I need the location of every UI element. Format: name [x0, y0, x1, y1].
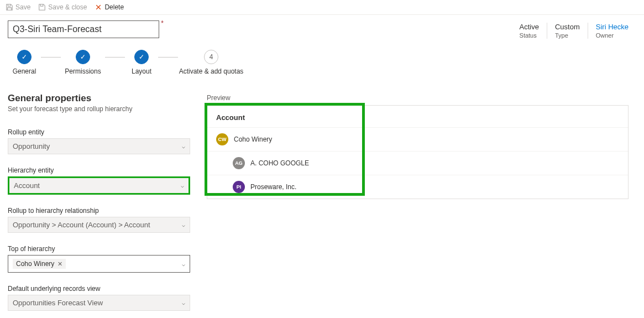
step-check-icon: ✓: [134, 50, 149, 64]
step-connector: [105, 57, 125, 58]
avatar: CW: [216, 133, 228, 145]
progress-stepper: ✓ General ✓ Permissions ✓ Layout 4 Activ…: [0, 39, 644, 83]
default-view-select[interactable]: Opportunities Forecast View ⌵: [8, 295, 190, 311]
rollup-relationship-value: Opportunity > Account (Account) > Accoun…: [13, 221, 150, 229]
rollup-relationship-label: Rollup to hierarchy relationship: [8, 207, 190, 215]
rollup-entity-select[interactable]: Opportunity ⌵: [8, 138, 190, 154]
step-number-icon: 4: [204, 50, 218, 64]
preview-inner: Account CWCoho WineryAGA. COHO GOOGLEPIP…: [207, 106, 628, 199]
type-label: Type: [555, 32, 580, 39]
top-hierarchy-tag: Coho Winery ✕: [13, 259, 66, 269]
top-hierarchy-value: Coho Winery: [16, 260, 54, 268]
delete-label: Delete: [104, 3, 124, 11]
content-body: General properties Set your forecast typ…: [0, 83, 644, 318]
field-top-hierarchy: Top of hierarchy Coho Winery ✕ ⌵: [8, 245, 190, 273]
save-close-label: Save & close: [48, 3, 87, 11]
preview-rows: CWCoho WineryAGA. COHO GOOGLEPIProseware…: [207, 127, 628, 199]
header: * Active Status Custom Type Siri Hecke O…: [0, 15, 644, 39]
step-check-icon: ✓: [76, 50, 90, 64]
status-value: Active: [520, 23, 539, 31]
default-view-value: Opportunities Forecast View: [13, 299, 103, 307]
avatar: AG: [233, 157, 245, 169]
preview-row-name: A. COHO GOOGLE: [250, 159, 309, 167]
step-connector: [41, 57, 61, 58]
preview-row-name: Proseware, Inc.: [250, 183, 296, 191]
delete-button[interactable]: Delete: [95, 3, 124, 11]
step-layout-label: Layout: [132, 67, 151, 75]
hierarchy-entity-label: Hierarchy entity: [8, 166, 190, 174]
title-input[interactable]: [8, 20, 159, 38]
form-column: General properties Set your forecast typ…: [8, 83, 190, 318]
preview-row[interactable]: CWCoho Winery: [207, 127, 628, 151]
meta-type: Custom Type: [547, 23, 588, 39]
step-general-label: General: [13, 67, 36, 75]
type-value: Custom: [555, 23, 580, 31]
owner-label: Owner: [596, 32, 629, 39]
chevron-down-icon: ⌵: [182, 261, 185, 267]
preview-row[interactable]: AGA. COHO GOOGLE: [207, 151, 628, 175]
field-rollup-entity: Rollup entity Opportunity ⌵: [8, 128, 190, 154]
meta-status: Active Status: [512, 23, 547, 39]
preview-column: Preview Account CWCoho WineryAGA. COHO G…: [207, 83, 636, 318]
chevron-down-icon: ⌵: [182, 300, 185, 306]
status-label: Status: [520, 32, 539, 39]
rollup-entity-label: Rollup entity: [8, 128, 190, 136]
chevron-down-icon: ⌵: [182, 143, 185, 149]
step-general[interactable]: ✓ General: [8, 50, 41, 75]
preview-label: Preview: [207, 94, 629, 102]
save-button[interactable]: Save: [6, 3, 30, 11]
required-indicator: *: [161, 19, 164, 27]
default-view-label: Default underlying records view: [8, 285, 190, 293]
step-activate[interactable]: 4 Activate & add quotas: [178, 50, 244, 75]
step-layout[interactable]: ✓ Layout: [125, 50, 158, 75]
command-bar: Save Save & close Delete: [0, 0, 644, 15]
delete-icon: [95, 3, 102, 11]
save-label: Save: [15, 3, 30, 11]
step-check-icon: ✓: [17, 50, 32, 64]
save-close-icon: [38, 3, 46, 11]
avatar: PI: [233, 181, 245, 193]
title-wrap: *: [8, 20, 159, 39]
preview-panel: Account CWCoho WineryAGA. COHO GOOGLEPIP…: [207, 105, 629, 199]
owner-link[interactable]: Siri Hecke: [596, 23, 629, 31]
save-icon: [6, 3, 13, 11]
field-hierarchy-entity: Hierarchy entity Account ⌵: [8, 166, 190, 195]
top-hierarchy-lookup[interactable]: Coho Winery ✕ ⌵: [8, 255, 190, 273]
save-close-button[interactable]: Save & close: [38, 3, 87, 11]
hierarchy-entity-value: Account: [14, 181, 40, 190]
section-title: General properties: [8, 93, 190, 104]
chevron-down-icon: ⌵: [182, 222, 185, 228]
preview-row[interactable]: PIProseware, Inc.: [207, 175, 628, 199]
preview-row-name: Coho Winery: [234, 135, 272, 143]
tag-remove-icon[interactable]: ✕: [57, 260, 62, 268]
chevron-down-icon: ⌵: [181, 183, 184, 189]
preview-header: Account: [207, 106, 628, 127]
rollup-relationship-select[interactable]: Opportunity > Account (Account) > Accoun…: [8, 217, 190, 233]
step-connector: [158, 57, 178, 58]
step-permissions-label: Permissions: [65, 67, 101, 75]
step-permissions[interactable]: ✓ Permissions: [61, 50, 105, 75]
hierarchy-entity-select[interactable]: Account ⌵: [9, 178, 189, 193]
rollup-entity-value: Opportunity: [13, 142, 50, 150]
field-rollup-relationship: Rollup to hierarchy relationship Opportu…: [8, 207, 190, 233]
top-hierarchy-label: Top of hierarchy: [8, 245, 190, 253]
step-activate-label: Activate & add quotas: [179, 67, 244, 75]
hierarchy-entity-highlight: Account ⌵: [8, 176, 190, 195]
record-meta: Active Status Custom Type Siri Hecke Own…: [512, 20, 636, 39]
meta-owner: Siri Hecke Owner: [588, 23, 636, 39]
section-subtitle: Set your forecast type and rollup hierar…: [8, 105, 190, 113]
field-default-view: Default underlying records view Opportun…: [8, 285, 190, 311]
